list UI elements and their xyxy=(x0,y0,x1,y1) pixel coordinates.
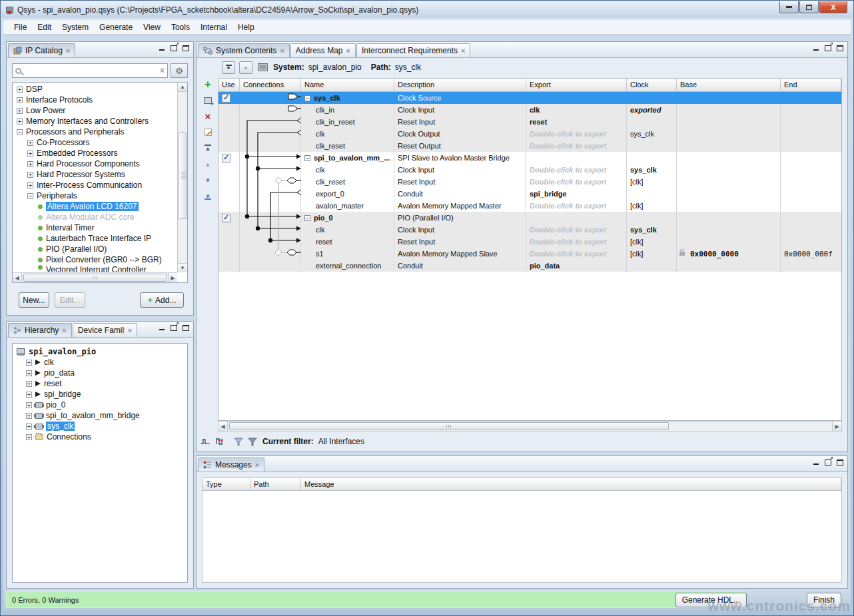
export-cell[interactable] xyxy=(526,92,627,104)
expand-icon[interactable]: + xyxy=(27,151,33,156)
table-row[interactable]: export_0Conduitspi_bridge xyxy=(218,188,841,200)
base-cell[interactable] xyxy=(677,188,781,200)
expand-icon[interactable]: + xyxy=(26,392,32,398)
panel-float-icon[interactable] xyxy=(825,45,831,51)
base-cell[interactable] xyxy=(677,140,781,152)
menu-item-file[interactable]: File xyxy=(9,21,32,34)
menu-item-system[interactable]: System xyxy=(57,21,94,34)
tab-device-family[interactable]: Device Family × xyxy=(73,323,137,337)
clock-cell[interactable]: [clk] xyxy=(627,248,677,260)
table-row[interactable]: −sys_clkClock Source xyxy=(218,92,841,104)
catalog-settings-button[interactable]: ⚙ xyxy=(171,63,188,78)
ip-tree-item[interactable]: Interval Timer xyxy=(13,222,177,233)
menu-item-edit[interactable]: Edit xyxy=(32,21,57,34)
ip-tree-item[interactable]: −Peripherals xyxy=(13,190,177,201)
remove-component-button[interactable]: × xyxy=(203,111,213,121)
waveform-filter-icon[interactable] xyxy=(215,438,225,446)
table-row[interactable]: s1Avalon Memory Mapped SlaveDouble-click… xyxy=(218,248,841,260)
table-horizontal-scrollbar[interactable]: ◀ ▶ xyxy=(218,421,842,432)
clock-cell[interactable]: exported xyxy=(627,104,677,116)
export-cell[interactable]: Double-click to export xyxy=(526,176,627,188)
panel-maximize-icon[interactable] xyxy=(837,45,843,51)
base-cell[interactable] xyxy=(677,236,781,248)
move-to-top-button[interactable]: ▲ xyxy=(222,61,235,74)
table-row[interactable]: clkClock OutputDouble-click to exportsys… xyxy=(218,128,841,140)
ip-tree-item[interactable]: +Embedded Processors xyxy=(13,148,177,158)
base-cell[interactable] xyxy=(677,92,781,104)
generate-hdl-button[interactable]: Generate HDL... xyxy=(675,593,747,607)
clock-cell[interactable] xyxy=(627,92,677,104)
hierarchy-tree-item[interactable]: +spi_to_avalon_mm_bridge xyxy=(15,410,187,421)
ip-tree-item[interactable]: Vectored Interrupt Controller xyxy=(13,265,177,272)
ip-tree-item[interactable]: Lauterbach Trace Interface IP xyxy=(13,233,177,244)
scroll-left-icon[interactable]: ◀ xyxy=(13,273,22,282)
ip-search-input[interactable] xyxy=(24,66,157,75)
expand-icon[interactable]: + xyxy=(26,434,32,440)
table-row[interactable]: external_connectionConduitpio_data xyxy=(218,260,841,272)
tab-close-icon[interactable]: × xyxy=(128,326,132,334)
clock-cell[interactable] xyxy=(627,188,677,200)
panel-maximize-icon[interactable] xyxy=(183,325,189,331)
expand-icon[interactable]: + xyxy=(26,360,32,366)
tab-close-icon[interactable]: × xyxy=(66,47,70,55)
minimize-button[interactable] xyxy=(779,1,799,13)
ip-tree-item[interactable]: Pixel Converter (BGR0 --> BGR) xyxy=(13,254,177,265)
clock-cell[interactable]: sys_clk xyxy=(627,128,677,140)
edit-button[interactable]: Edit... xyxy=(55,292,85,308)
expand-icon[interactable]: + xyxy=(26,424,32,430)
ip-tree-item[interactable]: +Hard Processor Components xyxy=(13,158,177,169)
ip-tree-item[interactable]: +Co-Processors xyxy=(13,137,177,148)
export-cell[interactable]: reset xyxy=(526,116,627,128)
table-row[interactable]: clkClock InputDouble-click to exportsys_… xyxy=(218,164,841,176)
table-row[interactable]: −spi_to_avalon_mm_...SPI Slave to Avalon… xyxy=(218,152,841,164)
expand-icon[interactable]: + xyxy=(27,161,33,167)
use-checkbox[interactable] xyxy=(222,94,230,103)
base-cell[interactable] xyxy=(677,176,781,188)
expand-icon[interactable]: + xyxy=(27,182,33,188)
tab-close-icon[interactable]: × xyxy=(346,47,350,55)
table-row[interactable]: −pio_0PIO (Parallel I/O) xyxy=(218,212,841,224)
table-row[interactable]: clk_inClock Inputclkexported xyxy=(218,104,841,116)
export-cell[interactable]: Double-click to export xyxy=(526,128,627,140)
collapse-icon[interactable]: − xyxy=(27,193,33,199)
menu-item-help[interactable]: Help xyxy=(232,21,260,34)
ip-tree-item[interactable]: +Hard Processor Systems xyxy=(13,169,177,180)
ip-tree-item[interactable]: Altera Modular ADC core xyxy=(13,212,177,222)
clock-cell[interactable]: sys_clk xyxy=(627,164,677,176)
clock-cell[interactable] xyxy=(627,116,677,128)
export-cell[interactable] xyxy=(526,152,627,164)
hierarchy-tree-item[interactable]: +spi_bridge xyxy=(15,389,187,400)
hierarchy-tree-item[interactable]: +clk xyxy=(15,357,187,368)
tab-system-contents[interactable]: System Contents × xyxy=(198,43,290,57)
hierarchy-tree-item[interactable]: +Connections xyxy=(15,432,187,442)
new-button[interactable]: New... xyxy=(19,292,49,308)
expand-icon[interactable]: + xyxy=(17,87,23,93)
base-cell[interactable] xyxy=(677,212,781,224)
base-cell[interactable] xyxy=(677,152,781,164)
expand-icon[interactable]: + xyxy=(27,172,33,178)
collapse-icon[interactable]: − xyxy=(304,155,310,161)
clock-cell[interactable] xyxy=(627,212,677,224)
scroll-up-icon[interactable]: ▲ xyxy=(178,83,187,92)
scroll-right-icon[interactable]: ▶ xyxy=(168,273,177,282)
clock-cell[interactable] xyxy=(627,260,677,272)
menu-item-internal[interactable]: Internal xyxy=(195,21,232,34)
base-cell[interactable] xyxy=(677,164,781,176)
table-row[interactable]: resetReset InputDouble-click to export[c… xyxy=(218,236,841,248)
ip-tree-item[interactable]: +Interface Protocols xyxy=(13,95,177,105)
filter-icon[interactable] xyxy=(234,438,243,446)
edit-component-button[interactable] xyxy=(203,127,213,137)
hierarchy-tree-item[interactable]: +pio_0 xyxy=(15,400,187,410)
panel-maximize-icon[interactable] xyxy=(837,460,843,465)
maximize-button[interactable] xyxy=(799,1,819,13)
add-button[interactable]: +Add... xyxy=(140,292,184,308)
expand-icon[interactable]: + xyxy=(17,108,23,114)
menu-item-generate[interactable]: Generate xyxy=(94,21,138,34)
expand-icon[interactable]: + xyxy=(17,119,23,125)
base-cell[interactable] xyxy=(677,200,781,212)
move-row-up-button[interactable]: ▲ xyxy=(203,159,213,169)
table-row[interactable]: avalon_masterAvalon Memory Mapped Master… xyxy=(218,200,841,212)
export-cell[interactable]: Double-click to export xyxy=(526,236,627,248)
export-cell[interactable]: Double-click to export xyxy=(526,200,627,212)
expand-icon[interactable]: + xyxy=(26,381,32,387)
